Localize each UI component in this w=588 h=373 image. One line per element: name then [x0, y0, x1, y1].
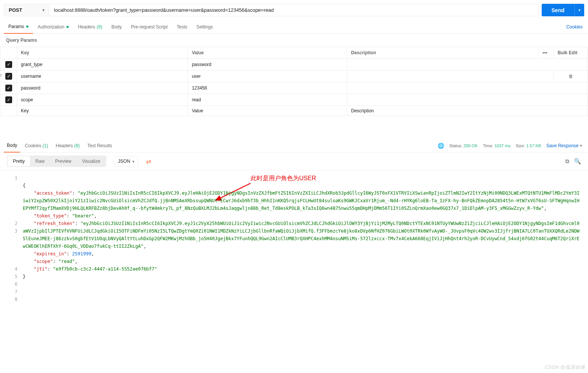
active-dot-icon: [26, 25, 28, 28]
param-desc[interactable]: [347, 82, 588, 94]
param-desc[interactable]: [347, 71, 553, 82]
param-value[interactable]: 123456: [188, 82, 347, 94]
cookies-link[interactable]: Cookies: [565, 20, 584, 33]
checkbox[interactable]: ✓: [5, 85, 12, 91]
table-row-new: Key Value Description: [0, 106, 588, 116]
checkbox[interactable]: ✓: [5, 73, 12, 80]
tab-prerequest[interactable]: Pre-request Script: [126, 20, 172, 33]
col-key: Key: [17, 47, 188, 59]
search-icon[interactable]: 🔍: [574, 158, 581, 165]
param-key[interactable]: grant_type: [17, 59, 188, 71]
param-value[interactable]: password: [188, 59, 347, 71]
param-key[interactable]: scope: [17, 94, 188, 106]
col-value: Value: [188, 47, 347, 59]
param-desc[interactable]: [347, 59, 588, 71]
response-tab-body[interactable]: Body: [4, 139, 20, 153]
status-label: Status: 200 OK: [449, 143, 478, 148]
tab-headers[interactable]: Headers (9): [73, 20, 107, 33]
checkbox[interactable]: ✓: [5, 96, 12, 103]
query-params-title: Query Params: [0, 34, 588, 47]
view-preview[interactable]: Preview: [50, 156, 77, 166]
param-value[interactable]: read: [188, 94, 347, 106]
send-button[interactable]: Send: [542, 4, 574, 16]
copy-icon[interactable]: ⧉: [565, 158, 569, 165]
chevron-down-icon: ▾: [132, 159, 134, 164]
tab-settings[interactable]: Settings: [192, 20, 218, 33]
send-dropdown[interactable]: ▾: [574, 4, 584, 16]
bulk-edit-link[interactable]: Bulk Edit: [554, 47, 588, 59]
line-gutter: 12345678: [0, 174, 23, 303]
tab-body[interactable]: Body: [107, 20, 126, 33]
globe-icon[interactable]: 🌐: [438, 143, 444, 149]
method-label: POST: [9, 7, 22, 13]
response-tab-cookies[interactable]: Cookies (1): [22, 139, 51, 152]
chevron-down-icon: ▾: [43, 8, 44, 12]
param-key-placeholder[interactable]: Key: [17, 106, 188, 116]
table-row: ✓ grant_type password: [0, 59, 588, 71]
tab-params[interactable]: Params: [4, 20, 33, 34]
drag-handle-icon[interactable]: ⠿: [0, 74, 2, 78]
view-mode-group: Pretty Raw Preview Visualize: [7, 156, 106, 167]
param-value-placeholder[interactable]: Value: [188, 106, 347, 116]
format-select[interactable]: JSON ▾: [114, 156, 139, 167]
response-body[interactable]: 12345678 { "access_token": "eyJhbGciOiJS…: [0, 170, 588, 307]
response-tab-test-results[interactable]: Test Results: [84, 139, 115, 152]
checkbox[interactable]: ✓: [5, 61, 12, 68]
table-row: ✓ password 123456: [0, 82, 588, 94]
more-options[interactable]: •••: [539, 47, 554, 59]
param-desc[interactable]: [347, 94, 588, 106]
table-row: ⠿✓ username user 🗑: [0, 71, 588, 82]
param-key[interactable]: password: [17, 82, 188, 94]
active-dot-icon: [66, 26, 69, 28]
method-select[interactable]: POST ▾: [4, 4, 49, 16]
params-table: Key Value Description ••• Bulk Edit ✓ gr…: [0, 47, 588, 116]
wrap-lines-icon[interactable]: ⇄: [146, 158, 151, 165]
param-key[interactable]: username: [17, 71, 188, 82]
size-label: Size: 1.57 KB: [516, 143, 541, 148]
param-value[interactable]: user: [188, 71, 347, 82]
tab-tests[interactable]: Tests: [172, 20, 192, 33]
time-label: Time: 1037 ms: [483, 143, 510, 148]
tab-authorization[interactable]: Authorization: [33, 20, 73, 33]
view-raw[interactable]: Raw: [30, 156, 50, 166]
param-desc-placeholder[interactable]: Description: [347, 106, 588, 116]
view-visualize[interactable]: Visualize: [77, 156, 106, 166]
url-input[interactable]: [49, 4, 539, 16]
chevron-down-icon: ▾: [579, 8, 580, 12]
trash-icon[interactable]: 🗑: [569, 74, 573, 79]
chevron-down-icon: ▾: [580, 143, 582, 148]
table-row: ✓ scope read: [0, 94, 588, 106]
col-description: Description: [347, 47, 538, 59]
view-pretty[interactable]: Pretty: [8, 156, 30, 166]
save-response-link[interactable]: Save Response ▾: [546, 143, 582, 148]
response-tab-headers[interactable]: Headers (8): [53, 139, 83, 152]
